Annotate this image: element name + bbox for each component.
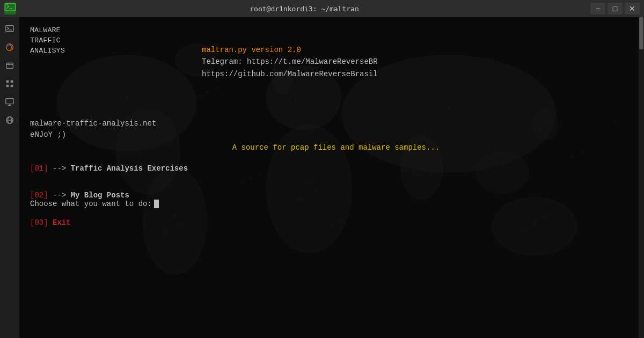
svg-rect-9 <box>10 85 13 87</box>
svg-point-82 <box>572 156 573 158</box>
sidebar-item-firefox[interactable] <box>2 40 17 55</box>
svg-point-47 <box>534 223 536 225</box>
svg-point-79 <box>373 129 374 130</box>
svg-point-4 <box>6 44 13 51</box>
svg-point-33 <box>158 100 160 101</box>
sidebar-item-network[interactable] <box>2 113 17 128</box>
scrollbar-thumb[interactable] <box>639 17 643 49</box>
svg-rect-2 <box>5 26 13 32</box>
ascii-line-malware: MALWARE TRAFFIC ANALISYS <box>30 26 65 56</box>
svg-point-38 <box>319 97 320 98</box>
svg-point-39 <box>330 92 332 93</box>
svg-point-27 <box>532 108 559 141</box>
svg-point-86 <box>250 178 251 179</box>
svg-point-43 <box>437 113 439 115</box>
svg-point-62 <box>502 167 503 168</box>
info-block: maltran.py version 2.0 Telegram: https:/… <box>202 44 378 80</box>
sidebar-item-apps[interactable] <box>2 76 17 91</box>
svg-point-87 <box>260 172 261 173</box>
svg-point-90 <box>349 215 350 217</box>
titlebar-controls: − □ ✕ <box>590 3 640 14</box>
svg-point-36 <box>314 89 315 90</box>
menu-exit-label: Exit <box>53 218 71 227</box>
sidebar-item-terminal[interactable] <box>2 21 17 36</box>
svg-point-84 <box>614 121 616 123</box>
svg-rect-7 <box>10 80 13 83</box>
menu-num-2: [02] <box>30 191 48 200</box>
sidebar-item-files[interactable] <box>2 58 17 73</box>
titlebar-title: root@dr1nkordi3: ~/maltran <box>18 5 590 13</box>
svg-point-78 <box>394 119 396 120</box>
svg-point-48 <box>545 218 546 219</box>
svg-point-56 <box>421 164 423 166</box>
terminal-icon <box>4 3 16 14</box>
svg-point-31 <box>115 102 117 104</box>
titlebar: root@dr1nkordi3: ~/maltran − □ ✕ <box>0 0 644 17</box>
svg-point-76 <box>201 97 203 99</box>
sidebar-item-monitor[interactable] <box>2 94 17 109</box>
svg-point-67 <box>276 81 277 82</box>
svg-point-71 <box>72 94 74 95</box>
svg-point-35 <box>303 94 305 96</box>
svg-rect-10 <box>5 99 13 104</box>
svg-point-42 <box>459 100 460 101</box>
info-telegram: Telegram: https://t.me/MalwareReverseBR <box>202 56 378 68</box>
menu-num-1: [01] <box>30 164 48 173</box>
svg-point-72 <box>80 89 82 91</box>
svg-point-75 <box>217 86 218 87</box>
menu-label-2: My Blog Posts <box>71 191 129 200</box>
info-title: maltran.py version 2.0 <box>202 44 378 56</box>
svg-point-30 <box>137 92 138 93</box>
minimize-button[interactable]: − <box>590 3 605 14</box>
svg-rect-6 <box>6 80 9 83</box>
svg-point-44 <box>470 111 471 112</box>
svg-point-40 <box>287 102 288 104</box>
maximize-button[interactable]: □ <box>608 3 623 14</box>
info-github: https://github.com/MalwareReverseBrasil <box>202 68 378 80</box>
svg-point-85 <box>604 124 605 125</box>
website-url: malware-traffic-analysis.net <box>30 118 156 129</box>
svg-point-58 <box>416 172 418 174</box>
menu-item-1[interactable]: [01] --> Traffic Analysis Exercises <box>30 162 188 175</box>
svg-point-77 <box>384 124 385 125</box>
svg-rect-8 <box>6 85 9 87</box>
svg-point-88 <box>241 183 243 185</box>
prompt-line: Choose what you want to do: <box>30 200 159 208</box>
ascii-art-title: MALWARE TRAFFIC ANALISYS <box>30 26 65 56</box>
cursor <box>154 200 159 208</box>
svg-point-63 <box>510 161 511 163</box>
close-button[interactable]: ✕ <box>625 3 640 14</box>
svg-point-70 <box>539 129 541 131</box>
menu-arrow-1: --> <box>53 164 71 173</box>
svg-point-29 <box>126 97 128 99</box>
svg-point-64 <box>494 172 495 174</box>
menu-num-3: [03] <box>30 218 48 227</box>
menu-block: [01] --> Traffic Analysis Exercises [02]… <box>30 162 188 230</box>
svg-point-91 <box>333 226 334 227</box>
svg-point-73 <box>67 100 68 101</box>
svg-point-37 <box>295 100 297 101</box>
terminal-window: MALWARE TRAFFIC ANALISYS maltran.py vers… <box>19 17 644 338</box>
menu-item-3[interactable]: [03] Exit <box>30 216 188 230</box>
website-info: malware-traffic-analysis.net eNJoY ;) <box>30 118 156 141</box>
svg-point-54 <box>317 191 318 192</box>
svg-point-52 <box>166 231 168 233</box>
svg-point-34 <box>131 108 133 109</box>
svg-point-83 <box>609 113 610 114</box>
svg-point-46 <box>427 119 428 120</box>
svg-point-41 <box>448 108 450 109</box>
svg-point-57 <box>427 170 428 171</box>
svg-point-89 <box>341 221 342 222</box>
menu-label-1: Traffic Analysis Exercises <box>71 164 188 173</box>
svg-point-68 <box>545 121 546 123</box>
website-enjoy: eNJoY ;) <box>30 129 156 141</box>
svg-rect-5 <box>6 63 13 69</box>
sidebar <box>0 17 19 338</box>
scrollbar[interactable] <box>639 17 644 338</box>
svg-point-55 <box>301 199 302 201</box>
prompt-text: Choose what you want to do: <box>30 200 152 208</box>
menu-arrow-2: --> <box>53 191 71 200</box>
svg-point-26 <box>492 197 577 256</box>
svg-point-25 <box>475 151 529 194</box>
svg-point-74 <box>207 92 208 93</box>
